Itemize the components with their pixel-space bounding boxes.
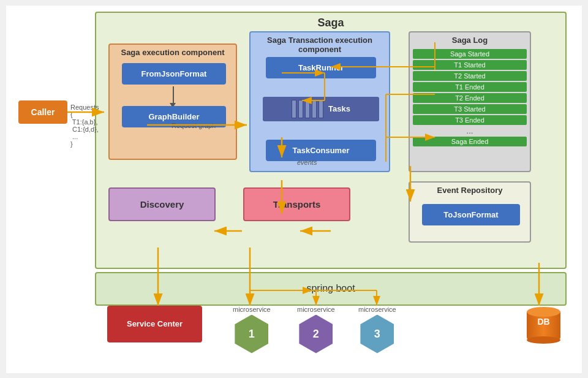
log-t3-ended: T3 Ended — [413, 115, 527, 125]
db-label: DB — [530, 317, 557, 327]
spring-boot-label: spring boot — [306, 283, 355, 294]
event-repo-box: Event Repository ToJsonFormat — [409, 181, 531, 243]
arrow-from-json-to-graph — [173, 86, 174, 104]
microservice-2-hex: 2 — [299, 315, 333, 353]
log-t3-started: T3 Started — [413, 104, 527, 114]
saga-exec-label: Saga execution component — [110, 45, 236, 57]
log-dots: ... — [410, 126, 530, 135]
task-stripe-2 — [298, 100, 303, 118]
from-json-format-box: FromJsonFormat — [122, 63, 226, 85]
microservice-3-label: microservice — [358, 306, 396, 313]
service-center-box: Service Center — [107, 306, 202, 342]
db-top — [527, 307, 560, 317]
microservice-2-container: microservice 2 — [297, 306, 335, 353]
saga-execution-box: Saga execution component FromJsonFormat … — [108, 43, 237, 160]
saga-log-box: Saga Log Saga Started T1 Started T2 Star… — [409, 31, 531, 172]
log-t1-started: T1 Started — [413, 60, 527, 70]
saga-title: Saga — [96, 17, 565, 29]
saga-outer-box: Saga Saga execution component FromJsonFo… — [95, 12, 567, 269]
microservice-1-hex: 1 — [235, 315, 268, 353]
task-consumer-box: TaskConsumer — [266, 140, 376, 161]
transports-box: Transports — [243, 187, 350, 221]
task-stripe-1 — [292, 100, 296, 118]
spring-boot-box: spring boot — [95, 272, 567, 306]
event-repo-label: Event Repository — [410, 183, 530, 198]
microservice-3-container: microservice 3 — [358, 306, 396, 353]
log-t2-started: T2 Started — [413, 71, 527, 81]
microservice-3-hex: 3 — [360, 315, 394, 353]
discovery-box: Discovery — [108, 187, 216, 221]
tasks-label: Tasks — [328, 104, 350, 113]
saga-log-label: Saga Log — [410, 32, 530, 48]
saga-trans-box: Saga Transaction execution component Tas… — [249, 31, 390, 172]
request-graph-text: Request graph — [172, 122, 216, 129]
log-t1-ended: T1 Ended — [413, 82, 527, 92]
diagram-container: Saga Saga execution component FromJsonFo… — [6, 6, 582, 373]
microservice-1-container: microservice 1 — [233, 306, 271, 353]
saga-trans-label: Saga Transaction execution component — [251, 32, 389, 54]
microservice-3-number: 3 — [374, 328, 380, 341]
events-text: events — [297, 159, 317, 166]
task-stripe-4 — [312, 100, 317, 118]
microservice-2-number: 2 — [313, 328, 319, 341]
log-saga-ended: Saga Ended — [413, 137, 527, 146]
log-saga-started: Saga Started — [413, 49, 527, 59]
microservice-2-label: microservice — [297, 306, 335, 313]
task-stripe-5 — [318, 100, 323, 118]
tasks-box: Tasks — [263, 97, 379, 121]
db-bottom-ellipse — [527, 336, 560, 344]
request-text: Requests{ T1:{a,b}, C1:{d,d}, ...} — [70, 104, 99, 148]
microservice-1-label: microservice — [233, 306, 271, 313]
task-stripe-3 — [305, 100, 310, 118]
caller-box: Caller — [18, 100, 67, 124]
to-json-format-box: ToJsonFormat — [422, 204, 520, 225]
task-runner-box: TaskRunner — [266, 57, 376, 78]
log-t2-ended: T2 Ended — [413, 93, 527, 103]
microservice-1-number: 1 — [249, 328, 255, 341]
